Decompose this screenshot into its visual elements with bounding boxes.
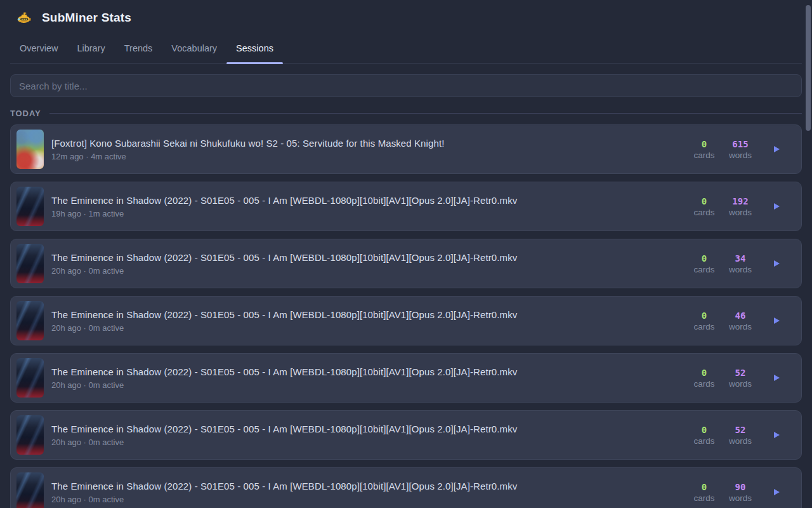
tab-sessions[interactable]: Sessions [226,39,283,63]
section-header-today: TODAY [10,108,802,119]
tab-vocabulary[interactable]: Vocabulary [162,39,226,63]
session-stats: 0 cards 90 words [691,482,782,503]
tab-bar: Overview Library Trends Vocabulary Sessi… [10,39,802,64]
cards-label: cards [693,493,714,503]
cards-count: 0 [702,368,707,378]
session-info: The Eminence in Shadow (2022) - S01E05 -… [51,424,681,447]
words-stat: 52 words [728,425,753,446]
cards-count: 0 [702,196,707,206]
session-stats: 0 cards 46 words [691,311,782,331]
words-label: words [729,265,752,274]
session-info: The Eminence in Shadow (2022) - S01E05 -… [51,309,681,333]
tab-overview[interactable]: Overview [10,39,67,63]
play-button[interactable] [771,258,782,269]
words-stat: 52 words [728,368,753,389]
session-card[interactable]: The Eminence in Shadow (2022) - S01E05 -… [10,353,802,403]
session-title: The Eminence in Shadow (2022) - S01E05 -… [51,195,681,206]
words-count: 192 [732,196,748,206]
search-bar [10,74,802,97]
tab-trends[interactable]: Trends [115,39,162,63]
session-card[interactable]: The Eminence in Shadow (2022) - S01E05 -… [10,182,802,231]
session-title: The Eminence in Shadow (2022) - S01E05 -… [51,366,681,377]
scrollbar-thumb[interactable] [806,5,811,131]
session-meta: 20h ago · 0m active [51,323,681,333]
cards-stat: 0 cards [691,425,717,446]
play-icon [774,146,780,152]
session-card[interactable]: [Foxtrot] Kono Subarashii Sekai ni Shuku… [10,124,802,174]
session-title: The Eminence in Shadow (2022) - S01E05 -… [51,252,681,263]
cards-count: 0 [702,425,707,435]
session-thumbnail [16,244,44,283]
play-icon [774,318,780,324]
session-card[interactable]: The Eminence in Shadow (2022) - S01E05 -… [10,467,802,508]
cards-label: cards [693,322,714,331]
play-icon [774,375,780,381]
words-count: 615 [732,139,748,149]
cards-label: cards [693,150,714,160]
session-thumbnail [16,415,44,455]
app-title: SubMiner Stats [42,11,131,25]
session-meta: 20h ago · 0m active [51,380,681,390]
cards-count: 0 [702,139,707,149]
session-title: The Eminence in Shadow (2022) - S01E05 -… [51,481,681,491]
play-button[interactable] [771,372,782,384]
words-label: words [729,379,752,389]
play-button[interactable] [771,144,782,155]
session-title: The Eminence in Shadow (2022) - S01E05 -… [51,424,681,434]
session-stats: 0 cards 52 words [691,425,782,446]
play-icon [774,260,780,267]
words-stat: 90 words [728,482,753,503]
play-button[interactable] [771,315,782,326]
cards-stat: 0 cards [691,253,717,274]
cards-label: cards [693,208,714,217]
cards-count: 0 [702,311,707,321]
session-card[interactable]: The Eminence in Shadow (2022) - S01E05 -… [10,239,802,288]
session-thumbnail [16,358,44,398]
section-divider [49,113,802,114]
play-icon [774,489,780,495]
search-input[interactable] [10,74,802,97]
session-meta: 20h ago · 0m active [51,495,681,504]
cards-count: 0 [702,482,707,492]
words-label: words [729,208,752,217]
session-info: [Foxtrot] Kono Subarashii Sekai ni Shuku… [51,138,681,161]
session-info: The Eminence in Shadow (2022) - S01E05 -… [51,195,681,218]
session-info: The Eminence in Shadow (2022) - S01E05 -… [51,252,681,276]
session-meta: 19h ago · 1m active [51,209,681,218]
session-info: The Eminence in Shadow (2022) - S01E05 -… [51,366,681,390]
page: SubMiner Stats Overview Library Trends V… [0,0,812,508]
play-icon [774,203,780,210]
session-stats: 0 cards 192 words [691,196,782,217]
cards-stat: 0 cards [691,311,717,331]
session-title: The Eminence in Shadow (2022) - S01E05 -… [51,309,681,320]
yellow-submarine-icon [17,11,31,24]
play-icon [774,432,780,438]
session-thumbnail [16,130,44,169]
session-meta: 20h ago · 0m active [51,266,681,276]
tab-library[interactable]: Library [67,39,114,63]
play-button[interactable] [771,486,782,498]
words-stat: 192 words [728,196,753,217]
cards-stat: 0 cards [691,482,717,503]
cards-stat: 0 cards [691,196,717,217]
cards-label: cards [693,379,714,389]
play-button[interactable] [771,429,782,441]
cards-label: cards [693,436,714,446]
session-card[interactable]: The Eminence in Shadow (2022) - S01E05 -… [10,296,802,345]
cards-count: 0 [702,253,707,264]
words-count: 34 [735,253,746,264]
words-stat: 46 words [728,311,753,331]
play-button[interactable] [771,201,782,212]
session-thumbnail [16,472,44,508]
session-list: [Foxtrot] Kono Subarashii Sekai ni Shuku… [10,124,802,508]
words-label: words [729,493,752,503]
cards-stat: 0 cards [691,139,717,160]
session-card[interactable]: The Eminence in Shadow (2022) - S01E05 -… [10,410,802,460]
cards-label: cards [693,265,714,274]
session-stats: 0 cards 52 words [691,368,782,389]
words-count: 46 [735,311,746,321]
session-stats: 0 cards 34 words [691,253,782,274]
words-stat: 34 words [728,253,753,274]
section-label: TODAY [10,109,41,118]
words-label: words [729,436,752,446]
